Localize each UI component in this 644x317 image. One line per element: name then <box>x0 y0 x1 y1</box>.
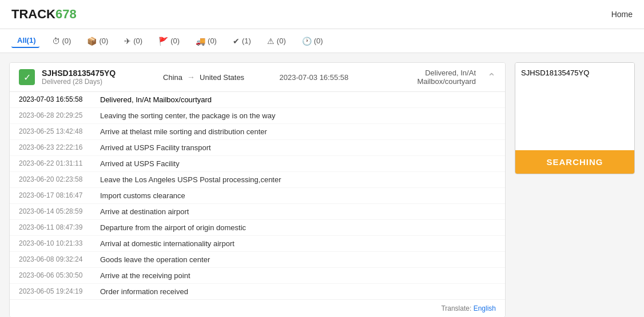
translate-lang-link[interactable]: English <box>474 304 496 312</box>
package-sub: Delivered (28 Days) <box>42 78 145 86</box>
package-header: ✓ SJHSD18135475YQ Delivered (28 Days) Ch… <box>10 63 505 92</box>
event-datetime: 2023-06-10 10:21:33 <box>19 239 93 247</box>
event-row: 2023-06-10 10:21:33 Arrival at domestic … <box>10 236 505 252</box>
event-desc: Delivered, In/At Mailbox/courtyard <box>100 95 212 104</box>
event-desc: Departure from the airport of origin dom… <box>100 223 246 232</box>
filter-icon-3: ✈ <box>124 37 131 46</box>
filter-count-1: (0) <box>62 37 71 45</box>
event-datetime: 2023-06-14 05:28:59 <box>19 207 93 215</box>
logo-num: 678 <box>55 7 77 21</box>
event-row: 2023-06-11 08:47:39 Departure from the a… <box>10 220 505 236</box>
filter-count-3: (0) <box>133 37 142 45</box>
filter-count-5: (0) <box>208 37 217 45</box>
filter-item-6[interactable]: ✔(1) <box>229 34 255 48</box>
event-desc: Order information received <box>100 287 188 296</box>
filter-item-7[interactable]: ⚠(0) <box>264 34 289 48</box>
event-datetime: 2023-06-20 02:23:58 <box>19 175 93 183</box>
header: TRACK678 Home <box>0 0 644 29</box>
event-datetime: 2023-07-03 16:55:58 <box>19 95 93 103</box>
home-link[interactable]: Home <box>611 10 633 19</box>
filter-item-1[interactable]: ⏱(0) <box>49 34 75 48</box>
event-row: 2023-07-03 16:55:58 Delivered, In/At Mai… <box>10 92 505 108</box>
event-row: 2023-06-08 09:32:24 Goods leave the oper… <box>10 252 505 268</box>
translate-bar: Translate: English <box>10 299 505 317</box>
tracking-events: 2023-07-03 16:55:58 Delivered, In/At Mai… <box>10 92 505 299</box>
event-datetime: 2023-06-05 19:24:19 <box>19 287 93 295</box>
right-panel: SEARCHING <box>515 62 635 317</box>
search-button[interactable]: SEARCHING <box>515 150 634 174</box>
logo-track: TRACK <box>11 7 55 21</box>
filter-icon-2: 📦 <box>87 37 97 46</box>
filter-icon-4: 🚩 <box>158 37 168 46</box>
package-id: SJHSD18135475YQ <box>42 69 145 78</box>
package-id-block: SJHSD18135475YQ Delivered (28 Days) <box>42 69 145 86</box>
event-row: 2023-06-28 20:29:25 Leaving the sorting … <box>10 108 505 124</box>
search-box: SEARCHING <box>515 62 635 174</box>
filter-item-4[interactable]: 🚩(0) <box>155 34 183 48</box>
event-desc: Goods leave the operation center <box>100 255 210 264</box>
event-datetime: 2023-06-17 08:16:47 <box>19 191 93 199</box>
route-arrow-icon: → <box>187 73 195 82</box>
event-desc: Arrive at the receiving point <box>100 271 190 280</box>
filter-count-4: (0) <box>170 37 180 45</box>
event-desc: Import customs clearance <box>100 191 185 200</box>
event-desc: Arrive at thelast mile sorting and distr… <box>100 127 267 136</box>
event-desc: Arrive at destination airport <box>100 207 189 216</box>
filter-item-3[interactable]: ✈(0) <box>121 34 146 48</box>
route-to: United States <box>200 73 244 82</box>
event-desc: Arrival at domestic internationality air… <box>100 239 234 248</box>
filter-item-2[interactable]: 📦(0) <box>84 34 112 48</box>
expand-button[interactable]: ⌃ <box>487 71 496 83</box>
filter-icon-7: ⚠ <box>267 37 275 46</box>
route-from: China <box>163 73 182 82</box>
filter-icon-1: ⏱ <box>52 37 60 46</box>
left-panel: ✓ SJHSD18135475YQ Delivered (28 Days) Ch… <box>9 62 506 317</box>
filter-count-6: (1) <box>242 37 251 45</box>
package-datetime: 2023-07-03 16:55:58 <box>263 73 366 82</box>
event-desc: Leaving the sorting center, the package … <box>100 111 275 120</box>
filter-item-5[interactable]: 🚚(0) <box>192 34 220 48</box>
filter-count-2: (0) <box>99 37 108 45</box>
event-datetime: 2023-06-06 05:30:50 <box>19 271 93 279</box>
event-desc: Leave the Los Angeles USPS Postal proces… <box>100 175 281 184</box>
event-row: 2023-06-05 19:24:19 Order information re… <box>10 284 505 299</box>
package-card: ✓ SJHSD18135475YQ Delivered (28 Days) Ch… <box>9 62 506 317</box>
checkmark-icon: ✓ <box>23 72 31 83</box>
event-datetime: 2023-06-22 01:31:11 <box>19 159 93 167</box>
package-status-text: Delivered, In/At Mailbox/courtyard <box>372 69 476 86</box>
filter-item-8[interactable]: 🕐(0) <box>299 34 327 48</box>
translate-label: Translate: <box>441 304 471 312</box>
event-desc: Arrived at USPS Facility <box>100 159 180 168</box>
event-datetime: 2023-06-11 08:47:39 <box>19 223 93 231</box>
route-block: China → United States <box>152 73 256 82</box>
filter-count-0: All(1) <box>17 36 36 45</box>
main-layout: ✓ SJHSD18135475YQ Delivered (28 Days) Ch… <box>0 53 644 317</box>
event-datetime: 2023-06-28 20:29:25 <box>19 111 93 119</box>
event-row: 2023-06-20 02:23:58 Leave the Los Angele… <box>10 172 505 188</box>
event-desc: Arrived at USPS Facility transport <box>100 143 211 152</box>
event-row: 2023-06-25 13:42:48 Arrive at thelast mi… <box>10 124 505 140</box>
event-row: 2023-06-14 05:28:59 Arrive at destinatio… <box>10 204 505 220</box>
filter-item-0[interactable]: All(1) <box>11 34 39 48</box>
event-datetime: 2023-06-23 22:22:16 <box>19 143 93 151</box>
filter-bar: All(1)⏱(0)📦(0)✈(0)🚩(0)🚚(0)✔(1)⚠(0)🕐(0) <box>0 29 644 53</box>
event-row: 2023-06-17 08:16:47 Import customs clear… <box>10 188 505 204</box>
filter-icon-8: 🕐 <box>302 37 312 46</box>
header-nav: Home <box>611 10 633 19</box>
status-icon-green: ✓ <box>19 69 35 85</box>
filter-count-7: (0) <box>277 37 286 45</box>
event-row: 2023-06-06 05:30:50 Arrive at the receiv… <box>10 268 505 284</box>
event-datetime: 2023-06-25 13:42:48 <box>19 127 93 135</box>
event-row: 2023-06-23 22:22:16 Arrived at USPS Faci… <box>10 140 505 156</box>
filter-icon-5: 🚚 <box>196 37 205 46</box>
event-row: 2023-06-22 01:31:11 Arrived at USPS Faci… <box>10 156 505 172</box>
tracking-input[interactable] <box>515 63 634 149</box>
filter-count-8: (0) <box>314 37 323 45</box>
filter-icon-6: ✔ <box>233 37 240 46</box>
event-datetime: 2023-06-08 09:32:24 <box>19 255 93 263</box>
logo: TRACK678 <box>11 7 77 22</box>
